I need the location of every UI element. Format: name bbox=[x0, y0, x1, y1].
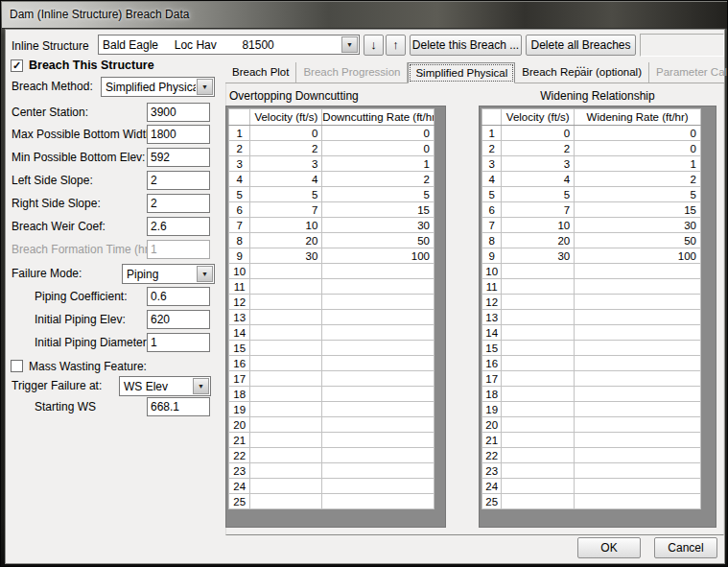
row-number[interactable]: 12 bbox=[482, 295, 502, 310]
grid-cell[interactable] bbox=[575, 494, 701, 509]
grid-cell[interactable]: 1 bbox=[575, 156, 701, 172]
row-number[interactable]: 13 bbox=[482, 310, 502, 325]
grid-cell[interactable]: 20 bbox=[250, 233, 322, 248]
max-possible-bottom-width-input[interactable] bbox=[147, 125, 210, 144]
grid-cell[interactable]: 30 bbox=[322, 218, 434, 233]
grid-cell[interactable] bbox=[575, 417, 701, 433]
grid-cell[interactable]: 7 bbox=[250, 202, 322, 218]
grid-cell[interactable]: 7 bbox=[502, 202, 575, 218]
row-number[interactable]: 21 bbox=[229, 433, 250, 448]
grid-cell[interactable] bbox=[502, 356, 575, 371]
delete-this-breach-button[interactable]: Delete this Breach ... bbox=[410, 35, 522, 56]
grid-cell[interactable]: 30 bbox=[575, 218, 701, 233]
grid-cell[interactable] bbox=[502, 279, 575, 295]
grid-cell[interactable]: 50 bbox=[575, 233, 701, 248]
grid-cell[interactable] bbox=[322, 264, 434, 279]
row-number[interactable]: 6 bbox=[229, 202, 250, 218]
row-number[interactable]: 23 bbox=[482, 463, 502, 479]
row-number[interactable]: 9 bbox=[229, 248, 250, 264]
grid-cell[interactable] bbox=[250, 371, 322, 387]
grid-cell[interactable] bbox=[322, 417, 434, 433]
grid-cell[interactable] bbox=[322, 295, 434, 310]
grid-cell[interactable] bbox=[575, 463, 701, 479]
row-number[interactable]: 2 bbox=[482, 141, 502, 156]
grid-cell[interactable] bbox=[250, 479, 322, 494]
row-number[interactable]: 17 bbox=[482, 371, 502, 387]
row-number[interactable]: 3 bbox=[482, 156, 502, 172]
grid-cell[interactable] bbox=[322, 279, 434, 295]
grid-cell[interactable] bbox=[250, 356, 322, 371]
row-number[interactable]: 24 bbox=[482, 479, 502, 494]
grid-cell[interactable]: 5 bbox=[322, 187, 434, 202]
grid-cell[interactable] bbox=[322, 402, 434, 417]
row-number[interactable]: 18 bbox=[482, 387, 502, 402]
grid-cell[interactable] bbox=[322, 433, 434, 448]
grid-cell[interactable] bbox=[502, 310, 575, 325]
grid-cell[interactable]: 0 bbox=[575, 126, 701, 141]
grid-cell[interactable] bbox=[575, 295, 701, 310]
grid-cell[interactable] bbox=[502, 402, 575, 417]
grid-cell[interactable] bbox=[322, 387, 434, 402]
row-number[interactable]: 1 bbox=[482, 126, 502, 141]
grid-cell[interactable]: 15 bbox=[322, 202, 434, 218]
grid-cell[interactable] bbox=[250, 387, 322, 402]
delete-all-breaches-button[interactable]: Delete all Breaches ... bbox=[526, 35, 636, 56]
row-number[interactable]: 15 bbox=[482, 341, 502, 356]
grid-cell[interactable]: 100 bbox=[575, 248, 701, 264]
tab-breach-repair[interactable]: Breach Repair (optional) bbox=[515, 62, 649, 83]
grid-cell[interactable]: 0 bbox=[575, 141, 701, 156]
row-number[interactable]: 10 bbox=[482, 264, 502, 279]
right-side-slope-input[interactable] bbox=[147, 194, 210, 213]
grid-cell[interactable] bbox=[575, 402, 701, 417]
left-side-slope-input[interactable] bbox=[147, 171, 210, 190]
grid-cell[interactable] bbox=[575, 387, 701, 402]
grid-cell[interactable] bbox=[250, 448, 322, 463]
grid-cell[interactable] bbox=[575, 341, 701, 356]
grid-cell[interactable]: 0 bbox=[322, 141, 434, 156]
mass-wasting-feature-checkbox[interactable] bbox=[11, 360, 23, 372]
tab-breach-plot[interactable]: Breach Plot bbox=[225, 62, 296, 83]
grid-cell[interactable]: 3 bbox=[250, 156, 322, 172]
row-number[interactable]: 20 bbox=[229, 417, 250, 433]
row-number[interactable]: 24 bbox=[229, 479, 250, 494]
row-number[interactable]: 12 bbox=[229, 295, 250, 310]
row-number[interactable]: 17 bbox=[229, 371, 250, 387]
row-number[interactable]: 13 bbox=[229, 310, 250, 325]
grid-cell[interactable] bbox=[575, 356, 701, 371]
row-number[interactable]: 25 bbox=[482, 494, 502, 509]
row-number[interactable]: 21 bbox=[482, 433, 502, 448]
grid-cell[interactable] bbox=[322, 371, 434, 387]
row-number[interactable]: 2 bbox=[229, 141, 250, 156]
grid-cell[interactable] bbox=[322, 463, 434, 479]
row-number[interactable]: 25 bbox=[229, 494, 250, 509]
center-station-input[interactable] bbox=[147, 103, 210, 122]
grid-cell[interactable] bbox=[502, 448, 575, 463]
grid-cell[interactable] bbox=[250, 417, 322, 433]
grid-cell[interactable]: 5 bbox=[250, 187, 322, 202]
grid-cell[interactable] bbox=[502, 494, 575, 509]
grid-cell[interactable] bbox=[575, 433, 701, 448]
row-number[interactable]: 19 bbox=[482, 402, 502, 417]
grid-cell[interactable]: 4 bbox=[502, 172, 575, 187]
chevron-down-icon[interactable]: ▼ bbox=[341, 36, 358, 53]
grid-cell[interactable] bbox=[502, 371, 575, 387]
row-number[interactable]: 22 bbox=[482, 448, 502, 463]
grid-cell[interactable]: 1 bbox=[322, 156, 434, 172]
grid-cell[interactable]: 0 bbox=[502, 126, 575, 141]
grid-cell[interactable] bbox=[575, 264, 701, 279]
initial-piping-elev-input[interactable] bbox=[147, 310, 210, 329]
inline-structure-combobox[interactable]: Bald Eagle Loc Hav 81500 ▼ bbox=[98, 35, 360, 55]
grid-cell[interactable] bbox=[502, 387, 575, 402]
row-number[interactable]: 5 bbox=[229, 187, 250, 202]
grid-cell[interactable]: 3 bbox=[502, 156, 575, 172]
grid-cell[interactable]: 30 bbox=[502, 248, 575, 264]
chevron-down-icon[interactable]: ▼ bbox=[197, 266, 213, 282]
grid-cell[interactable] bbox=[575, 479, 701, 494]
grid-cell[interactable] bbox=[322, 479, 434, 494]
grid-cell[interactable] bbox=[502, 325, 575, 341]
row-number[interactable]: 6 bbox=[482, 202, 502, 218]
row-number[interactable]: 4 bbox=[229, 172, 250, 187]
grid-cell[interactable]: 100 bbox=[322, 248, 434, 264]
breach-weir-coef-input[interactable] bbox=[147, 217, 210, 236]
grid-cell[interactable] bbox=[250, 341, 322, 356]
